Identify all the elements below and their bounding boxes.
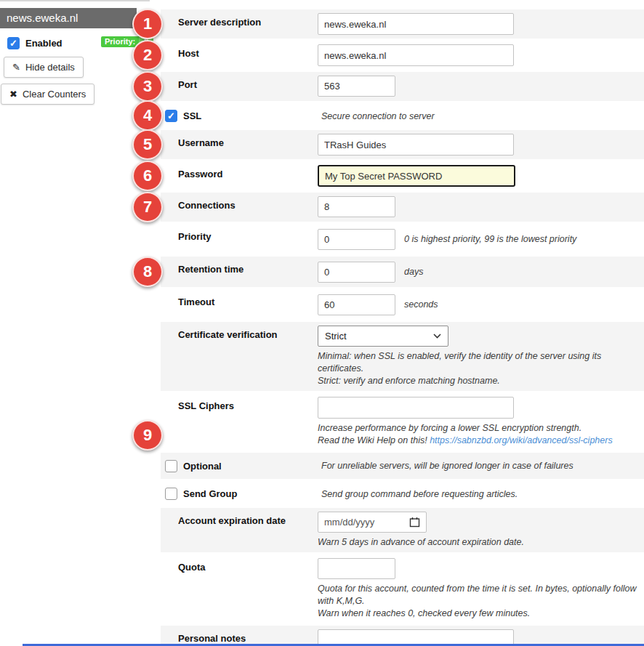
optional-checkbox[interactable] [165, 460, 177, 472]
annotation-marker-3: 3 [132, 71, 163, 102]
row-account-expiration-date: Account expiration date mm/dd/yyyy Warn … [161, 508, 644, 552]
priority-badge-label: Priority: [101, 36, 139, 47]
certificate-help-line2: Strict: verify and enforce matching host… [318, 375, 644, 387]
quota-help-line1: Quota for this account, counted from the… [318, 583, 644, 607]
row-connections: Connections [161, 193, 644, 222]
account-expiration-help-text: Warn 5 days in advance of account expira… [318, 536, 644, 549]
row-send-group: Send Group Send group command before req… [161, 481, 644, 506]
row-port: Port [161, 72, 644, 101]
calendar-icon [409, 517, 420, 528]
clear-counters-label: Clear Counters [23, 89, 86, 100]
hide-details-label: Hide details [25, 62, 75, 73]
check-icon: ✓ [167, 111, 175, 121]
enabled-row: ✓ Enabled [7, 37, 63, 49]
timeout-input[interactable] [318, 294, 395, 315]
send-group-label: Send Group [183, 488, 237, 499]
annotation-marker-8: 8 [132, 257, 163, 287]
x-icon: ✖ [9, 89, 17, 100]
chevron-down-icon [433, 334, 441, 339]
certificate-verification-select[interactable]: Strict [318, 326, 448, 347]
row-quota: Quota Quota for this account, counted fr… [161, 554, 644, 623]
ssl-checkbox[interactable]: ✓ [165, 110, 177, 122]
connections-label: Connections [178, 193, 318, 222]
timeout-label: Timeout [178, 289, 318, 320]
row-username: Username [161, 130, 644, 159]
retention-time-input[interactable] [318, 262, 395, 283]
host-label: Host [178, 41, 318, 70]
retention-time-label: Retention time [178, 257, 318, 287]
server-title-bar: news.eweka.nl [0, 8, 137, 28]
ssl-ciphers-help-line2: Read the Wiki Help on this! https://sabn… [318, 435, 644, 447]
server-description-label: Server description [178, 9, 318, 39]
username-label: Username [178, 130, 318, 159]
priority-label: Priority [178, 224, 318, 254]
row-server-description: Server description [161, 9, 644, 39]
port-label: Port [178, 72, 318, 101]
row-retention-time: Retention time days [161, 257, 644, 287]
certificate-verification-label: Certificate verification [178, 322, 318, 391]
row-priority: Priority 0 is highest priority, 99 is th… [161, 224, 644, 254]
account-expiration-date-label: Account expiration date [178, 508, 318, 552]
ssl-ciphers-label: SSL Ciphers [178, 393, 318, 451]
retention-time-suffix: days [404, 266, 423, 278]
annotation-marker-4: 4 [132, 100, 163, 131]
annotation-marker-9: 9 [132, 420, 163, 451]
annotation-marker-2: 2 [132, 40, 163, 70]
ssl-ciphers-help-line1: Increase performance by forcing a lower … [318, 422, 644, 435]
certificate-help-line1: Minimal: when SSL is enabled, verify the… [318, 350, 644, 375]
quota-input[interactable] [318, 558, 395, 579]
annotation-marker-5: 5 [132, 129, 163, 160]
check-icon: ✓ [9, 39, 17, 48]
send-group-checkbox[interactable] [165, 488, 177, 500]
pencil-icon: ✎ [12, 62, 20, 73]
username-input[interactable] [318, 134, 514, 156]
enabled-checkbox[interactable]: ✓ [7, 37, 20, 49]
priority-input[interactable] [318, 229, 395, 250]
account-expiration-date-input[interactable]: mm/dd/yyyy [318, 512, 427, 533]
row-host: Host [161, 41, 644, 70]
password-label: Password [178, 161, 318, 190]
optional-help-text: For unreliable servers, will be ignored … [321, 453, 573, 479]
priority-help-text: 0 is highest priority, 99 is the lowest … [404, 233, 576, 246]
password-input[interactable] [318, 165, 515, 187]
server-description-input[interactable] [318, 13, 514, 35]
optional-label: Optional [183, 461, 222, 472]
annotation-marker-7: 7 [132, 192, 163, 222]
annotation-marker-1: 1 [132, 9, 163, 39]
port-input[interactable] [318, 76, 395, 97]
quota-label: Quota [178, 554, 318, 623]
clear-counters-button[interactable]: ✖ Clear Counters [1, 84, 94, 105]
send-group-help-text: Send group command before requesting art… [321, 481, 518, 506]
ssl-help-text: Secure connection to server [321, 103, 435, 128]
row-personal-notes: Personal notes [161, 626, 644, 646]
ssl-ciphers-wiki-link[interactable]: https://sabnzbd.org/wiki/advanced/ssl-ci… [430, 435, 613, 445]
row-certificate-verification: Certificate verification Strict Minimal:… [161, 322, 644, 391]
certificate-verification-value: Strict [325, 331, 347, 342]
connections-input[interactable] [318, 196, 395, 217]
annotation-marker-6: 6 [132, 161, 163, 191]
host-input[interactable] [318, 44, 514, 66]
row-ssl-ciphers: SSL Ciphers Increase performance by forc… [161, 393, 644, 451]
row-ssl: ✓ SSL Secure connection to server [161, 103, 644, 128]
server-config-form: Server description Host Port ✓ SSL Secur… [161, 9, 644, 646]
timeout-suffix: seconds [404, 299, 438, 311]
ssl-ciphers-input[interactable] [318, 397, 514, 419]
row-optional: Optional For unreliable servers, will be… [161, 453, 644, 479]
ssl-label: SSL [183, 110, 201, 121]
ssl-ciphers-help-text: Read the Wiki Help on this! [318, 435, 427, 445]
top-divider [0, 0, 150, 1]
row-timeout: Timeout seconds [161, 289, 644, 320]
personal-notes-label: Personal notes [178, 626, 318, 646]
row-password: Password [161, 161, 644, 190]
hide-details-button[interactable]: ✎ Hide details [4, 57, 84, 78]
quota-help-line2: Warn when it reaches 0, checked every fe… [318, 607, 644, 620]
date-placeholder: mm/dd/yyyy [324, 517, 374, 528]
enabled-label: Enabled [25, 38, 63, 49]
